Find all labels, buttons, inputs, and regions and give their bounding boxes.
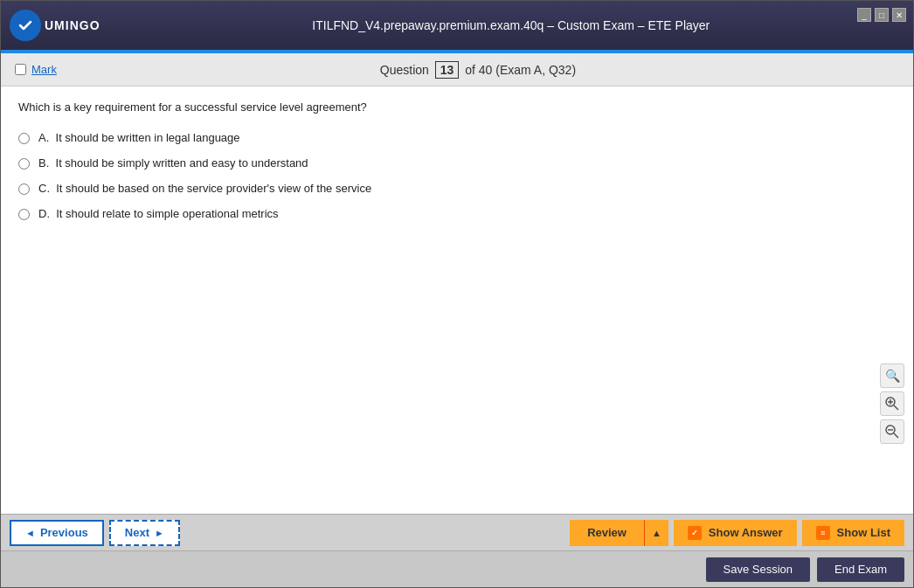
question-number: 13 xyxy=(435,61,460,79)
end-exam-button[interactable]: End Exam xyxy=(817,557,904,582)
option-c-label: C. It should be based on the service pro… xyxy=(38,182,371,195)
show-list-label: Show List xyxy=(837,526,890,539)
window-controls: _ □ ✕ xyxy=(857,8,906,22)
svg-line-6 xyxy=(894,433,898,438)
question-header: Mark Question 13 of 40 (Exam A, Q32) xyxy=(1,53,913,86)
show-list-icon: ≡ xyxy=(816,526,830,540)
show-list-button[interactable]: ≡ Show List xyxy=(802,520,904,546)
mark-label[interactable]: Mark xyxy=(15,63,57,76)
question-total: of 40 (Exam A, Q32) xyxy=(465,63,576,77)
maximize-button[interactable]: □ xyxy=(875,8,889,22)
next-label: Next xyxy=(125,526,149,539)
review-dropdown-button[interactable] xyxy=(644,520,668,546)
app-window: UMINGO ITILFND_V4.prepaway.premium.exam.… xyxy=(0,0,914,588)
option-b-label: B. It should be simply written and easy … xyxy=(38,156,308,169)
previous-button[interactable]: Previous xyxy=(10,520,104,546)
review-button-group: Review xyxy=(570,520,668,546)
title-bar: UMINGO ITILFND_V4.prepaway.premium.exam.… xyxy=(1,1,913,50)
minimize-button[interactable]: _ xyxy=(857,8,871,22)
app-title: ITILFND_V4.prepaway.premium.exam.40q – C… xyxy=(118,18,904,32)
save-session-button[interactable]: Save Session xyxy=(706,557,811,582)
next-arrow-icon xyxy=(155,526,164,539)
logo-icon xyxy=(10,10,41,41)
show-answer-icon: ✓ xyxy=(688,526,702,540)
show-answer-button[interactable]: ✓ Show Answer xyxy=(674,520,797,546)
svg-line-2 xyxy=(894,405,898,410)
question-text: Which is a key requirement for a success… xyxy=(18,100,896,114)
previous-label: Previous xyxy=(40,526,88,539)
zoom-out-button[interactable] xyxy=(880,419,904,444)
review-label: Review xyxy=(587,526,627,539)
show-answer-label: Show Answer xyxy=(709,526,783,539)
option-a[interactable]: A. It should be written in legal languag… xyxy=(18,131,896,144)
radio-b[interactable] xyxy=(18,158,30,169)
radio-a[interactable] xyxy=(18,133,30,144)
radio-c[interactable] xyxy=(18,183,30,195)
nav-bar: Previous Next Review ✓ Show Answer ≡ Sho… xyxy=(1,514,913,550)
logo: UMINGO xyxy=(10,10,100,41)
main-content: Which is a key requirement for a success… xyxy=(1,86,913,514)
option-b[interactable]: B. It should be simply written and easy … xyxy=(18,156,896,169)
side-tools: 🔍 xyxy=(880,363,904,444)
question-label: Question xyxy=(380,63,429,77)
option-a-label: A. It should be written in legal languag… xyxy=(38,131,240,144)
next-button[interactable]: Next xyxy=(109,520,180,546)
zoom-in-button[interactable] xyxy=(880,391,904,416)
option-d-label: D. It should relate to simple operationa… xyxy=(38,207,279,220)
search-tool-button[interactable]: 🔍 xyxy=(880,363,904,388)
mark-text: Mark xyxy=(31,63,57,76)
review-button[interactable]: Review xyxy=(570,520,644,546)
option-c[interactable]: C. It should be based on the service pro… xyxy=(18,182,896,195)
logo-text: UMINGO xyxy=(45,18,100,32)
close-button[interactable]: ✕ xyxy=(892,8,906,22)
previous-arrow-icon xyxy=(25,526,35,539)
question-info: Question 13 of 40 (Exam A, Q32) xyxy=(57,61,899,79)
mark-checkbox[interactable] xyxy=(15,64,26,75)
svg-point-0 xyxy=(16,16,35,35)
review-dropdown-icon xyxy=(652,528,661,538)
radio-d[interactable] xyxy=(18,209,30,220)
option-d[interactable]: D. It should relate to simple operationa… xyxy=(18,207,896,220)
action-bar: Save Session End Exam xyxy=(1,550,913,587)
